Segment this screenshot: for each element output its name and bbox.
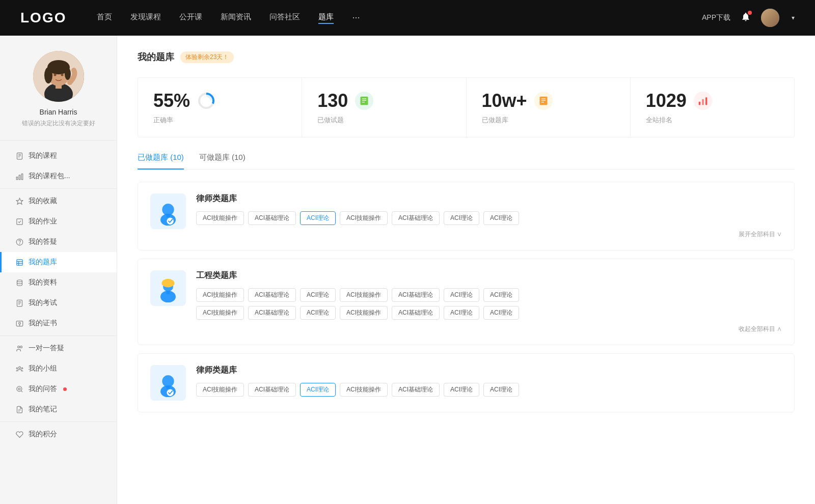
nav-home[interactable]: 首页 <box>97 12 112 24</box>
qbank-card-lawyer-1: 律师类题库 ACI技能操作 ACI基础理论 ACI理论 ACI技能操作 ACI基… <box>138 182 795 250</box>
qbank-card-lawyer-2: 律师类题库 ACI技能操作 ACI基础理论 ACI理论 ACI技能操作 ACI基… <box>138 353 795 412</box>
sidebar-item-label: 我的作业 <box>29 217 57 226</box>
qbank-tag[interactable]: ACI技能操作 <box>196 211 244 225</box>
qbank-tag[interactable]: ACI技能操作 <box>196 383 244 397</box>
qbank-icon-engineer <box>150 270 186 306</box>
sidebar-item-group[interactable]: 我的小组 <box>0 358 117 379</box>
sidebar-item-label: 我的证书 <box>29 319 57 328</box>
qbank-tag[interactable]: ACI技能操作 <box>340 306 388 320</box>
questions-label: 已做试题 <box>317 116 450 125</box>
banks-label: 已做题库 <box>482 116 615 125</box>
qbank-tag[interactable]: ACI理论 <box>444 306 479 320</box>
svg-point-43 <box>201 96 211 106</box>
notes-orange-icon <box>534 92 553 110</box>
nav-open-course[interactable]: 公开课 <box>179 12 202 24</box>
avatar[interactable] <box>761 9 779 27</box>
svg-point-8 <box>61 74 63 76</box>
qa-badge <box>63 387 67 391</box>
qbank-tag[interactable]: ACI理论 <box>444 288 479 302</box>
qbank-title: 律师类题库 <box>196 365 782 376</box>
sidebar-item-homework[interactable]: 我的作业 <box>0 211 117 232</box>
sidebar-item-1on1[interactable]: 一对一答疑 <box>0 338 117 358</box>
tab-available[interactable]: 可做题库 (10) <box>199 153 246 170</box>
sidebar-item-exam[interactable]: 我的考试 <box>0 293 117 313</box>
nav-qbank[interactable]: 题库 <box>318 12 334 24</box>
svg-rect-66 <box>167 385 170 389</box>
qbank-tag[interactable]: ACI技能操作 <box>196 306 244 320</box>
qbank-tag[interactable]: ACI技能操作 <box>196 288 244 302</box>
sidebar: Brian Harris 错误的决定比没有决定要好 我的课程 我的课程包... <box>0 36 117 504</box>
svg-rect-54 <box>705 97 707 105</box>
qbank-tag-active[interactable]: ACI理论 <box>300 211 336 225</box>
qbank-tags: ACI技能操作 ACI基础理论 ACI理论 ACI技能操作 ACI基础理论 AC… <box>196 383 782 397</box>
expand-link[interactable]: 展开全部科目 ∨ <box>739 230 782 239</box>
sidebar-item-questions[interactable]: 我的问答 <box>0 379 117 399</box>
qbank-tag-active[interactable]: ACI理论 <box>300 383 336 397</box>
qbank-title: 律师类题库 <box>196 193 782 204</box>
svg-point-56 <box>162 204 174 215</box>
qbank-tag[interactable]: ACI基础理论 <box>248 306 296 320</box>
logo[interactable]: LOGO <box>20 10 66 26</box>
svg-rect-52 <box>699 102 700 105</box>
chart-icon <box>15 172 23 180</box>
qbank-tag[interactable]: ACI理论 <box>483 306 519 320</box>
sidebar-item-label: 我的小组 <box>29 364 57 373</box>
nav-qa[interactable]: 问答社区 <box>269 12 300 24</box>
qbank-tag[interactable]: ACI理论 <box>483 211 519 225</box>
note-icon <box>15 405 23 413</box>
nav-discover[interactable]: 发现课程 <box>130 12 161 24</box>
qbank-tag[interactable]: ACI理论 <box>483 383 519 397</box>
sidebar-item-score[interactable]: 我的积分 <box>0 424 117 444</box>
tab-done[interactable]: 已做题库 (10) <box>138 153 184 170</box>
sidebar-item-my-course[interactable]: 我的课程 <box>0 146 117 166</box>
sidebar-item-notes[interactable]: 我的笔记 <box>0 399 117 419</box>
sidebar-item-data[interactable]: 我的资料 <box>0 272 117 293</box>
nav-news[interactable]: 新闻资讯 <box>221 12 251 24</box>
qbank-icon <box>15 258 23 266</box>
qbank-tag[interactable]: ACI技能操作 <box>340 383 388 397</box>
qbank-tag[interactable]: ACI理论 <box>300 306 336 320</box>
svg-point-7 <box>53 74 56 76</box>
qbank-card-engineer: 工程类题库 ACI技能操作 ACI基础理论 ACI理论 ACI技能操作 ACI基… <box>138 259 795 345</box>
svg-point-5 <box>44 67 52 83</box>
qbank-tag[interactable]: ACI技能操作 <box>340 211 388 225</box>
qbank-tag[interactable]: ACI基础理论 <box>392 288 440 302</box>
nav-more[interactable]: ··· <box>352 12 360 24</box>
qbank-tag[interactable]: ACI理论 <box>300 288 336 302</box>
sidebar-item-answer[interactable]: 我的答疑 <box>0 232 117 252</box>
qbank-tag[interactable]: ACI基础理论 <box>392 383 440 397</box>
svg-point-32 <box>17 346 19 348</box>
sidebar-item-course-pack[interactable]: 我的课程包... <box>0 166 117 186</box>
lawyer2-svg <box>155 369 181 397</box>
qbank-tag[interactable]: ACI技能操作 <box>340 288 388 302</box>
page-header: 我的题库 体验剩余23天！ <box>138 51 795 63</box>
qbank-tag[interactable]: ACI理论 <box>444 211 479 225</box>
nav-menu: 首页 发现课程 公开课 新闻资讯 问答社区 题库 ··· <box>97 12 702 24</box>
user-dropdown-icon[interactable]: ▾ <box>792 14 795 21</box>
sidebar-item-cert[interactable]: 我的证书 <box>0 313 117 333</box>
navbar: LOGO 首页 发现课程 公开课 新闻资讯 问答社区 题库 ··· APP下载 … <box>0 0 815 36</box>
notification-bell[interactable] <box>741 12 751 24</box>
sidebar-item-label: 我的资料 <box>29 278 57 287</box>
lawyer-svg <box>155 198 181 226</box>
collapse-link[interactable]: 收起全部科目 ∧ <box>739 325 782 333</box>
engineer-svg <box>155 274 181 302</box>
qbank-tag[interactable]: ACI基础理论 <box>248 383 296 397</box>
qbank-tag[interactable]: ACI理论 <box>444 383 479 397</box>
qbank-tag[interactable]: ACI基础理论 <box>248 211 296 225</box>
svg-point-33 <box>20 346 22 348</box>
sidebar-item-favorites[interactable]: 我的收藏 <box>0 191 117 211</box>
questions-value: 130 <box>317 90 348 111</box>
qbank-tag[interactable]: ACI理论 <box>483 288 519 302</box>
sidebar-divider <box>0 188 117 189</box>
app-download-button[interactable]: APP下载 <box>702 13 730 22</box>
accuracy-donut-chart <box>197 92 215 110</box>
svg-point-36 <box>21 368 23 369</box>
qbank-tags-row2: ACI技能操作 ACI基础理论 ACI理论 ACI技能操作 ACI基础理论 AC… <box>196 306 782 320</box>
sidebar-item-qbank[interactable]: 我的题库 <box>0 252 117 272</box>
qbank-tag[interactable]: ACI基础理论 <box>392 306 440 320</box>
sidebar-item-label: 我的考试 <box>29 298 57 307</box>
qbank-tag[interactable]: ACI基础理论 <box>392 211 440 225</box>
banks-value: 10w+ <box>482 90 527 111</box>
qbank-tag[interactable]: ACI基础理论 <box>248 288 296 302</box>
